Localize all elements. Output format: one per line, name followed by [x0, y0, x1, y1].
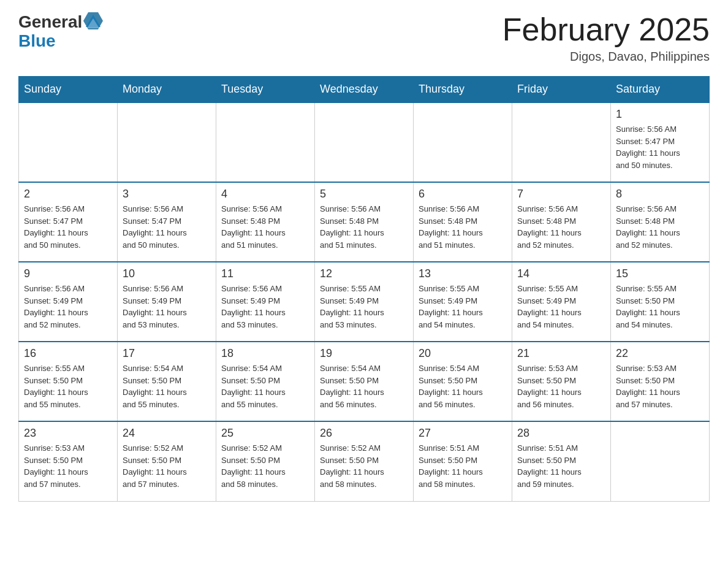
day-info: Sunrise: 5:54 AMSunset: 5:50 PMDaylight:…: [320, 362, 408, 410]
table-row: [118, 102, 216, 182]
table-row: 4Sunrise: 5:56 AMSunset: 5:48 PMDaylight…: [216, 182, 315, 262]
day-number: 11: [221, 267, 309, 280]
table-row: 5Sunrise: 5:56 AMSunset: 5:48 PMDaylight…: [315, 182, 414, 262]
day-number: 12: [320, 267, 408, 280]
day-number: 28: [517, 427, 605, 440]
table-row: 6Sunrise: 5:56 AMSunset: 5:48 PMDaylight…: [414, 182, 512, 262]
header-thursday: Thursday: [414, 77, 512, 103]
table-row: 8Sunrise: 5:56 AMSunset: 5:48 PMDaylight…: [611, 182, 710, 262]
day-info: Sunrise: 5:56 AMSunset: 5:47 PMDaylight:…: [123, 203, 211, 251]
day-number: 20: [419, 347, 507, 360]
day-info: Sunrise: 5:53 AMSunset: 5:50 PMDaylight:…: [616, 362, 704, 410]
table-row: 22Sunrise: 5:53 AMSunset: 5:50 PMDayligh…: [611, 342, 710, 421]
table-row: 25Sunrise: 5:52 AMSunset: 5:50 PMDayligh…: [216, 421, 315, 501]
table-row: [512, 102, 611, 182]
day-number: 7: [517, 188, 605, 201]
table-row: 3Sunrise: 5:56 AMSunset: 5:47 PMDaylight…: [118, 182, 216, 262]
logo-general: General: [18, 13, 82, 32]
day-info: Sunrise: 5:55 AMSunset: 5:49 PMDaylight:…: [419, 283, 507, 331]
day-number: 26: [320, 427, 408, 440]
logo: General Blue: [18, 12, 103, 51]
table-row: 2Sunrise: 5:56 AMSunset: 5:47 PMDaylight…: [19, 182, 118, 262]
day-number: 3: [123, 188, 211, 201]
header-friday: Friday: [512, 77, 611, 103]
title-block: February 2025 Digos, Davao, Philippines: [502, 12, 710, 64]
day-info: Sunrise: 5:53 AMSunset: 5:50 PMDaylight:…: [24, 442, 112, 490]
day-info: Sunrise: 5:54 AMSunset: 5:50 PMDaylight:…: [221, 362, 309, 410]
calendar-body: 1Sunrise: 5:56 AMSunset: 5:47 PMDaylight…: [19, 102, 710, 501]
calendar-subtitle: Digos, Davao, Philippines: [502, 50, 710, 64]
table-row: 1Sunrise: 5:56 AMSunset: 5:47 PMDaylight…: [611, 102, 710, 182]
day-number: 10: [123, 267, 211, 280]
day-info: Sunrise: 5:56 AMSunset: 5:48 PMDaylight:…: [517, 203, 605, 251]
day-info: Sunrise: 5:55 AMSunset: 5:49 PMDaylight:…: [517, 283, 605, 331]
header-monday: Monday: [118, 77, 216, 103]
calendar-header: Sunday Monday Tuesday Wednesday Thursday…: [19, 77, 710, 103]
table-row: [19, 102, 118, 182]
calendar-title: February 2025: [502, 12, 710, 47]
table-row: 16Sunrise: 5:55 AMSunset: 5:50 PMDayligh…: [19, 342, 118, 421]
table-row: 19Sunrise: 5:54 AMSunset: 5:50 PMDayligh…: [315, 342, 414, 421]
day-number: 16: [24, 347, 112, 360]
day-number: 18: [221, 347, 309, 360]
table-row: 10Sunrise: 5:56 AMSunset: 5:49 PMDayligh…: [118, 262, 216, 342]
day-number: 17: [123, 347, 211, 360]
table-row: 26Sunrise: 5:52 AMSunset: 5:50 PMDayligh…: [315, 421, 414, 501]
table-row: 7Sunrise: 5:56 AMSunset: 5:48 PMDaylight…: [512, 182, 611, 262]
table-row: 28Sunrise: 5:51 AMSunset: 5:50 PMDayligh…: [512, 421, 611, 501]
day-number: 19: [320, 347, 408, 360]
day-info: Sunrise: 5:52 AMSunset: 5:50 PMDaylight:…: [221, 442, 309, 490]
day-number: 14: [517, 267, 605, 280]
table-row: 24Sunrise: 5:52 AMSunset: 5:50 PMDayligh…: [118, 421, 216, 501]
table-row: 14Sunrise: 5:55 AMSunset: 5:49 PMDayligh…: [512, 262, 611, 342]
table-row: 27Sunrise: 5:51 AMSunset: 5:50 PMDayligh…: [414, 421, 512, 501]
day-info: Sunrise: 5:56 AMSunset: 5:49 PMDaylight:…: [221, 283, 309, 331]
table-row: [315, 102, 414, 182]
table-row: 9Sunrise: 5:56 AMSunset: 5:49 PMDaylight…: [19, 262, 118, 342]
day-number: 8: [616, 188, 704, 201]
day-number: 4: [221, 188, 309, 201]
day-number: 27: [419, 427, 507, 440]
header-wednesday: Wednesday: [315, 77, 414, 103]
day-info: Sunrise: 5:55 AMSunset: 5:50 PMDaylight:…: [24, 362, 112, 410]
table-row: 13Sunrise: 5:55 AMSunset: 5:49 PMDayligh…: [414, 262, 512, 342]
day-info: Sunrise: 5:51 AMSunset: 5:50 PMDaylight:…: [419, 442, 507, 490]
table-row: [216, 102, 315, 182]
day-info: Sunrise: 5:56 AMSunset: 5:48 PMDaylight:…: [320, 203, 408, 251]
table-row: 11Sunrise: 5:56 AMSunset: 5:49 PMDayligh…: [216, 262, 315, 342]
day-number: 22: [616, 347, 704, 360]
day-info: Sunrise: 5:52 AMSunset: 5:50 PMDaylight:…: [320, 442, 408, 490]
header-tuesday: Tuesday: [216, 77, 315, 103]
day-number: 21: [517, 347, 605, 360]
day-number: 6: [419, 188, 507, 201]
header-sunday: Sunday: [19, 77, 118, 103]
day-info: Sunrise: 5:56 AMSunset: 5:47 PMDaylight:…: [24, 203, 112, 251]
day-number: 24: [123, 427, 211, 440]
day-number: 25: [221, 427, 309, 440]
day-number: 2: [24, 188, 112, 201]
day-info: Sunrise: 5:56 AMSunset: 5:48 PMDaylight:…: [221, 203, 309, 251]
day-number: 23: [24, 427, 112, 440]
table-row: 15Sunrise: 5:55 AMSunset: 5:50 PMDayligh…: [611, 262, 710, 342]
day-info: Sunrise: 5:54 AMSunset: 5:50 PMDaylight:…: [123, 362, 211, 410]
day-number: 5: [320, 188, 408, 201]
day-info: Sunrise: 5:55 AMSunset: 5:50 PMDaylight:…: [616, 283, 704, 331]
day-info: Sunrise: 5:56 AMSunset: 5:47 PMDaylight:…: [616, 123, 704, 171]
calendar-table: Sunday Monday Tuesday Wednesday Thursday…: [18, 76, 710, 502]
day-info: Sunrise: 5:56 AMSunset: 5:49 PMDaylight:…: [123, 283, 211, 331]
table-row: 17Sunrise: 5:54 AMSunset: 5:50 PMDayligh…: [118, 342, 216, 421]
day-info: Sunrise: 5:51 AMSunset: 5:50 PMDaylight:…: [517, 442, 605, 490]
day-number: 9: [24, 267, 112, 280]
logo-blue: Blue: [18, 32, 56, 51]
day-info: Sunrise: 5:53 AMSunset: 5:50 PMDaylight:…: [517, 362, 605, 410]
table-row: 20Sunrise: 5:54 AMSunset: 5:50 PMDayligh…: [414, 342, 512, 421]
day-number: 1: [616, 108, 704, 121]
day-number: 15: [616, 267, 704, 280]
table-row: 21Sunrise: 5:53 AMSunset: 5:50 PMDayligh…: [512, 342, 611, 421]
page-header: General Blue February 2025 Digos, Davao,…: [18, 12, 710, 64]
day-info: Sunrise: 5:56 AMSunset: 5:48 PMDaylight:…: [616, 203, 704, 251]
day-info: Sunrise: 5:55 AMSunset: 5:49 PMDaylight:…: [320, 283, 408, 331]
day-number: 13: [419, 267, 507, 280]
table-row: 23Sunrise: 5:53 AMSunset: 5:50 PMDayligh…: [19, 421, 118, 501]
header-saturday: Saturday: [611, 77, 710, 103]
